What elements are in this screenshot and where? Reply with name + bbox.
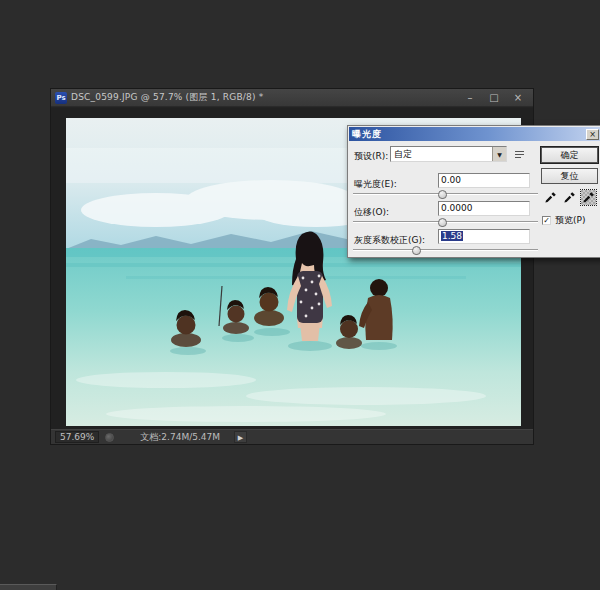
status-badge-icon [105,433,114,442]
zoom-level-field[interactable]: 57.69% [55,431,99,443]
dialog-titlebar[interactable]: 曝光度 × [349,127,600,141]
close-icon[interactable]: × [511,92,525,104]
slider-thumb[interactable] [412,246,421,255]
exposure-input[interactable]: 0.00 [438,173,530,188]
status-bar: 57.69% 文档:2.74M/5.47M ▶ [51,429,533,444]
offset-value: 0.0000 [441,203,473,213]
preview-checkbox-row[interactable]: ✓ 预览(P) [542,214,585,227]
minimize-icon[interactable]: – [463,92,477,104]
white-point-eyedropper-icon[interactable] [581,190,596,205]
dialog-close-icon[interactable]: × [586,129,599,140]
document-titlebar[interactable]: Ps DSC_0599.JPG @ 57.7% (图层 1, RGB/8) * … [51,89,533,107]
exposure-dialog: 曝光度 × 预设(R): 自定 ▼ 确定 复位 曝光度(E): 0.00 位移(… [347,125,600,258]
preset-label: 预设(R): [354,150,388,163]
preset-value: 自定 [391,148,492,161]
gamma-input[interactable]: 1.58 [438,229,530,244]
black-point-eyedropper-icon[interactable] [543,190,558,205]
exposure-value: 0.00 [441,175,461,185]
preview-checkbox[interactable]: ✓ [542,216,551,225]
window-controls: – □ × [463,92,525,104]
preview-label: 预览(P) [555,214,585,227]
exposure-slider[interactable] [353,190,538,199]
preset-dropdown[interactable]: 自定 ▼ [390,146,507,162]
status-flyout-arrow-icon[interactable]: ▶ [234,431,247,443]
document-size-info: 文档:2.74M/5.47M [140,431,220,444]
preset-options-icon[interactable] [514,149,526,159]
slider-thumb[interactable] [438,218,447,227]
chevron-down-icon[interactable]: ▼ [492,147,506,161]
eyedropper-group [543,190,596,205]
ok-button[interactable]: 确定 [541,147,598,163]
maximize-icon[interactable]: □ [487,92,501,104]
photoshop-file-icon: Ps [55,92,67,104]
gray-point-eyedropper-icon[interactable] [562,190,577,205]
document-title: DSC_0599.JPG @ 57.7% (图层 1, RGB/8) * [71,91,463,104]
taskbar-fragment [0,584,57,590]
gamma-value-selected: 1.58 [441,231,463,241]
gamma-slider[interactable] [353,246,538,255]
dialog-title: 曝光度 [352,128,586,141]
offset-input[interactable]: 0.0000 [438,201,530,216]
slider-track [353,249,538,251]
reset-button[interactable]: 复位 [541,168,598,184]
offset-slider[interactable] [353,218,538,227]
slider-thumb[interactable] [438,190,447,199]
